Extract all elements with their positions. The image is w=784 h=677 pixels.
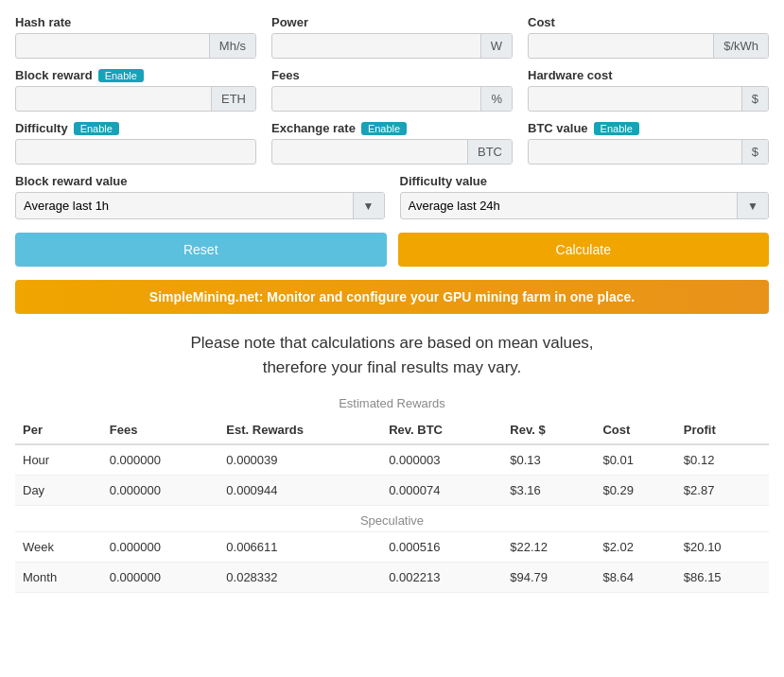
cell-est-rewards: 0.028332 [218,563,381,593]
block-reward-value-label: Block reward value [15,174,385,188]
cell-rev-btc: 0.000516 [381,532,502,563]
exchange-rate-unit: BTC [467,140,512,164]
power-label: Power [271,15,513,29]
difficulty-value-select-wrapper: Average last 1h Average last 24h Average… [400,192,770,219]
block-reward-value-arrow: ▼ [353,193,384,218]
difficulty-value-arrow: ▼ [737,193,768,218]
fees-input-wrapper: 0.0 % [271,86,513,112]
rewards-table: Per Fees Est. Rewards Rev. BTC Rev. $ Co… [15,416,769,593]
difficulty-value-label: Difficulty value [400,174,770,188]
fees-label: Fees [271,68,513,82]
cell-est-rewards: 0.006611 [218,532,381,563]
block-reward-label: Block reward Enable [15,68,256,82]
cell-rev-btc: 0.000003 [381,444,502,476]
hardware-cost-label: Hardware cost [528,68,769,82]
banner-text: SimpleMining.net: Monitor and configure … [149,289,635,304]
col-est-rewards: Est. Rewards [218,416,381,444]
btc-value-input[interactable]: 42822.05 [529,140,741,164]
col-cost: Cost [595,416,675,444]
cell-est-rewards: 0.000944 [218,476,381,506]
cell-cost: $0.29 [595,476,675,506]
hardware-cost-unit: $ [741,87,768,111]
power-unit: W [480,34,512,58]
cell-profit: $0.12 [676,444,769,476]
cell-per: Month [15,563,102,593]
col-profit: Profit [676,416,769,444]
cell-fees: 0.000000 [102,476,219,506]
power-input-wrapper: 120.0 W [271,33,513,59]
block-reward-value-select-wrapper: Average last 1h Average last 24h Average… [15,192,385,219]
btc-value-input-wrapper: 42822.05 $ [528,139,769,165]
hardware-cost-input[interactable]: 1250.0 [529,87,741,111]
exchange-rate-input[interactable]: 0.07812500 [272,140,467,164]
reset-button[interactable]: Reset [15,233,387,267]
cost-input-wrapper: 0.1 $/kWh [528,33,769,59]
cell-per: Week [15,532,102,563]
note-text: Please note that calculations are based … [15,331,769,379]
hashrate-input[interactable]: 61.0 [16,34,209,58]
fees-input[interactable]: 0.0 [272,87,480,111]
hashrate-label: Hash rate [15,15,256,29]
block-reward-value-select[interactable]: Average last 1h Average last 24h Average… [16,193,353,218]
btc-value-label: BTC value Enable [528,121,769,135]
cell-per: Day [15,476,102,506]
table-row: Month 0.000000 0.028332 0.002213 $94.79 … [15,563,769,593]
hashrate-input-wrapper: 61.0 Mh/s [15,33,256,59]
cost-label: Cost [528,15,769,29]
cost-unit: $/kWh [713,34,768,58]
calculate-button[interactable]: Calculate [398,233,770,267]
cell-rev-usd: $3.16 [502,476,595,506]
col-fees: Fees [102,416,219,444]
col-rev-btc: Rev. BTC [381,416,502,444]
exchange-rate-enable[interactable]: Enable [361,122,407,135]
col-per: Per [15,416,102,444]
speculative-label: Speculative [15,506,769,532]
exchange-rate-label: Exchange rate Enable [271,121,513,135]
hardware-cost-input-wrapper: 1250.0 $ [528,86,769,112]
cell-per: Hour [15,444,102,476]
power-input[interactable]: 120.0 [272,34,480,58]
difficulty-value-select[interactable]: Average last 1h Average last 24h Average… [401,193,738,218]
cell-rev-btc: 0.002213 [381,563,502,593]
cell-rev-btc: 0.000074 [381,476,502,506]
difficulty-enable[interactable]: Enable [74,122,119,135]
difficulty-label: Difficulty Enable [15,121,256,135]
cell-cost: $0.01 [595,444,675,476]
cell-rev-usd: $22.12 [502,532,595,563]
banner[interactable]: SimpleMining.net: Monitor and configure … [15,280,769,314]
cost-input[interactable]: 0.1 [529,34,713,58]
cell-rev-usd: $94.79 [502,563,595,593]
cell-fees: 0.000000 [102,532,219,563]
cell-rev-usd: $0.13 [502,444,595,476]
cell-profit: $20.10 [676,532,769,563]
table-row: Week 0.000000 0.006611 0.000516 $22.12 $… [15,532,769,563]
table-row: Hour 0.000000 0.000039 0.000003 $0.13 $0… [15,444,769,476]
cell-fees: 0.000000 [102,444,219,476]
block-reward-unit: ETH [211,87,255,111]
cell-profit: $2.87 [676,476,769,506]
hashrate-unit: Mh/s [209,34,255,58]
difficulty-input[interactable]: 1.22661988484175e+16 [16,140,255,164]
btc-value-unit: $ [741,140,768,164]
block-reward-enable[interactable]: Enable [98,69,144,82]
exchange-rate-input-wrapper: 0.07812500 BTC [271,139,513,165]
cell-fees: 0.000000 [102,563,219,593]
estimated-rewards-label: Estimated Rewards [15,396,769,410]
cell-cost: $8.64 [595,563,675,593]
block-reward-input-wrapper: 2.2 ETH [15,86,256,112]
btc-value-enable[interactable]: Enable [594,122,639,135]
table-row: Day 0.000000 0.000944 0.000074 $3.16 $0.… [15,476,769,506]
fees-unit: % [480,87,512,111]
cell-profit: $86.15 [676,563,769,593]
cell-cost: $2.02 [595,532,675,563]
cell-est-rewards: 0.000039 [218,444,381,476]
difficulty-input-wrapper: 1.22661988484175e+16 [15,139,256,165]
block-reward-input[interactable]: 2.2 [16,87,211,111]
col-rev-usd: Rev. $ [502,416,595,444]
